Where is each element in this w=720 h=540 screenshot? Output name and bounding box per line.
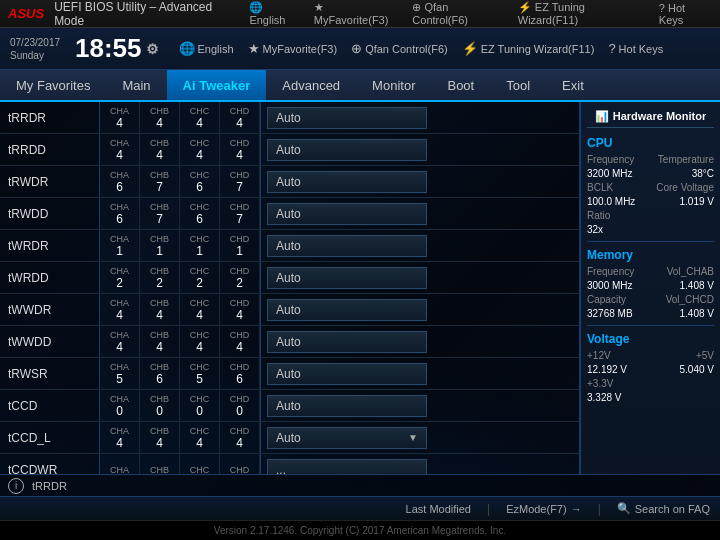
language-action[interactable]: 🌐 English bbox=[179, 41, 234, 56]
channel-value: 2 bbox=[196, 276, 203, 290]
qfan-control-button[interactable]: ⊕ Qfan Control(F6) bbox=[412, 1, 505, 26]
nav-main[interactable]: Main bbox=[106, 70, 166, 100]
row-label-trwdd: tRWDD bbox=[0, 198, 100, 229]
row-channels-tccdwr: CHACHBCHCCHD bbox=[100, 454, 261, 474]
navbar: My Favorites Main Ai Tweaker Advanced Mo… bbox=[0, 70, 720, 102]
nav-my-favorites[interactable]: My Favorites bbox=[0, 70, 106, 100]
current-item-label: tRRDR bbox=[32, 480, 67, 492]
channel-label: CHA bbox=[110, 106, 129, 116]
nav-exit[interactable]: Exit bbox=[546, 70, 600, 100]
qfan-action[interactable]: ⊕ Qfan Control(F6) bbox=[351, 41, 448, 56]
ez-mode-button[interactable]: EzMode(F7) → bbox=[506, 503, 582, 515]
hw-divider-1 bbox=[587, 241, 714, 242]
row-value-twrdr[interactable]: Auto bbox=[261, 230, 579, 261]
search-faq-button[interactable]: 🔍 Search on FAQ bbox=[617, 502, 710, 515]
row-value-trrdd[interactable]: Auto bbox=[261, 134, 579, 165]
row-value-trrdr[interactable]: Auto bbox=[261, 102, 579, 133]
dropdown-box[interactable]: Auto▼ bbox=[267, 427, 427, 449]
table-row[interactable]: tRWSRCHA5CHB6CHC5CHD6Auto bbox=[0, 358, 579, 390]
row-value-twrdd[interactable]: Auto bbox=[261, 262, 579, 293]
channel-label: CHB bbox=[150, 426, 169, 436]
channel-group-cha: CHA4 bbox=[100, 326, 140, 357]
hotkeys-action[interactable]: ? Hot Keys bbox=[608, 41, 663, 56]
table-row[interactable]: tWRDDCHA2CHB2CHC2CHD2Auto bbox=[0, 262, 579, 294]
row-value-trwdd[interactable]: Auto bbox=[261, 198, 579, 229]
nav-advanced[interactable]: Advanced bbox=[266, 70, 356, 100]
nav-boot[interactable]: Boot bbox=[431, 70, 490, 100]
language-selector[interactable]: 🌐 English bbox=[249, 1, 301, 26]
table-row[interactable]: tRWDDCHA6CHB7CHC6CHD7Auto bbox=[0, 198, 579, 230]
memory-capacity-row-labels: Capacity Vol_CHCD bbox=[587, 294, 714, 305]
table-row[interactable]: tWWDRCHA4CHB4CHC4CHD4Auto bbox=[0, 294, 579, 326]
channel-group-chc: CHC4 bbox=[180, 134, 220, 165]
channel-value: 1 bbox=[116, 244, 123, 258]
row-value-twwdd[interactable]: Auto bbox=[261, 326, 579, 357]
channel-value: 1 bbox=[196, 244, 203, 258]
channel-group-chc: CHC2 bbox=[180, 262, 220, 293]
table-row[interactable]: tWWDDCHA4CHB4CHC4CHD4Auto bbox=[0, 326, 579, 358]
settings-icon[interactable]: ⚙ bbox=[146, 41, 159, 57]
table-row[interactable]: tWRDRCHA1CHB1CHC1CHD1Auto bbox=[0, 230, 579, 262]
cpu-ratio-row: Ratio bbox=[587, 210, 714, 221]
row-value-tccd[interactable]: Auto bbox=[261, 390, 579, 421]
row-channels-twrdr: CHA1CHB1CHC1CHD1 bbox=[100, 230, 261, 261]
channel-value: 6 bbox=[196, 212, 203, 226]
cpu-bclk-values: 100.0 MHz 1.019 V bbox=[587, 196, 714, 207]
table-row[interactable]: tRRDRCHA4CHB4CHC4CHD4Auto bbox=[0, 102, 579, 134]
memory-frequency-value: 3000 MHz bbox=[587, 280, 633, 291]
channel-value: 7 bbox=[236, 212, 243, 226]
channel-label: CHD bbox=[230, 362, 250, 372]
channel-group-chb: CHB bbox=[140, 454, 180, 474]
channel-group-chc: CHC4 bbox=[180, 326, 220, 357]
main-content: tRRDRCHA4CHB4CHC4CHD4AutotRRDDCHA4CHB4CH… bbox=[0, 102, 720, 474]
memory-vol-chcd-label: Vol_CHCD bbox=[666, 294, 714, 305]
row-value-twwdr[interactable]: Auto bbox=[261, 294, 579, 325]
my-favorite-action[interactable]: ★ MyFavorite(F3) bbox=[248, 41, 338, 56]
nav-ai-tweaker[interactable]: Ai Tweaker bbox=[167, 70, 267, 100]
channel-group-chb: CHB4 bbox=[140, 422, 180, 453]
row-channels-trwsr: CHA5CHB6CHC5CHD6 bbox=[100, 358, 261, 389]
table-row[interactable]: tRWDRCHA6CHB7CHC6CHD7Auto bbox=[0, 166, 579, 198]
cpu-temperature-label: Temperature bbox=[658, 154, 714, 165]
channel-value: 4 bbox=[156, 436, 163, 450]
row-value-trwsr[interactable]: Auto bbox=[261, 358, 579, 389]
ez-tuning-button[interactable]: ⚡ EZ Tuning Wizard(F11) bbox=[518, 1, 647, 26]
channel-label: CHD bbox=[230, 426, 250, 436]
cpu-frequency-value: 3200 MHz bbox=[587, 168, 633, 179]
channel-label: CHB bbox=[150, 465, 169, 475]
table-row[interactable]: tCCDCHA0CHB0CHC0CHD0Auto bbox=[0, 390, 579, 422]
cpu-bclk-value: 100.0 MHz bbox=[587, 196, 635, 207]
row-label-trwsr: tRWSR bbox=[0, 358, 100, 389]
nav-tool[interactable]: Tool bbox=[490, 70, 546, 100]
channel-label: CHA bbox=[110, 394, 129, 404]
channel-group-chd: CHD4 bbox=[220, 326, 260, 357]
info-icon[interactable]: i bbox=[8, 478, 24, 494]
table-row[interactable]: tRRDDCHA4CHB4CHC4CHD4Auto bbox=[0, 134, 579, 166]
channel-label: CHD bbox=[230, 170, 250, 180]
ez-tuning-action[interactable]: ⚡ EZ Tuning Wizard(F11) bbox=[462, 41, 595, 56]
cpu-frequency-values: 3200 MHz 38°C bbox=[587, 168, 714, 179]
voltage-12v-value: 12.192 V bbox=[587, 364, 627, 375]
table-row[interactable]: tCCD_LCHA4CHB4CHC4CHD4Auto▼ bbox=[0, 422, 579, 454]
channel-group-chb: CHB2 bbox=[140, 262, 180, 293]
nav-monitor[interactable]: Monitor bbox=[356, 70, 431, 100]
row-value-tccd_l[interactable]: Auto▼ bbox=[261, 422, 579, 453]
channel-value: 2 bbox=[116, 276, 123, 290]
my-favorite-button[interactable]: ★ MyFavorite(F3) bbox=[314, 1, 401, 26]
table-row[interactable]: tCCDWRCHACHBCHCCHD... bbox=[0, 454, 579, 474]
value-box: Auto bbox=[267, 203, 427, 225]
voltage-33v-label: +3.3V bbox=[587, 378, 613, 389]
channel-group-cha: CHA1 bbox=[100, 230, 140, 261]
channel-group-cha: CHA2 bbox=[100, 262, 140, 293]
cpu-frequency-row: Frequency Temperature bbox=[587, 154, 714, 165]
topbar-title: UEFI BIOS Utility – Advanced Mode bbox=[54, 0, 243, 28]
row-value-tccdwr[interactable]: ... bbox=[261, 454, 579, 474]
channel-group-chd: CHD1 bbox=[220, 230, 260, 261]
row-label-twwdd: tWWDD bbox=[0, 326, 100, 357]
channel-label: CHC bbox=[190, 170, 210, 180]
row-label-twwdr: tWWDR bbox=[0, 294, 100, 325]
row-value-trwdr[interactable]: Auto bbox=[261, 166, 579, 197]
cpu-ratio-value-row: 32x bbox=[587, 224, 714, 235]
hot-keys-button[interactable]: ? Hot Keys bbox=[659, 2, 712, 26]
cpu-core-voltage-value: 1.019 V bbox=[680, 196, 714, 207]
